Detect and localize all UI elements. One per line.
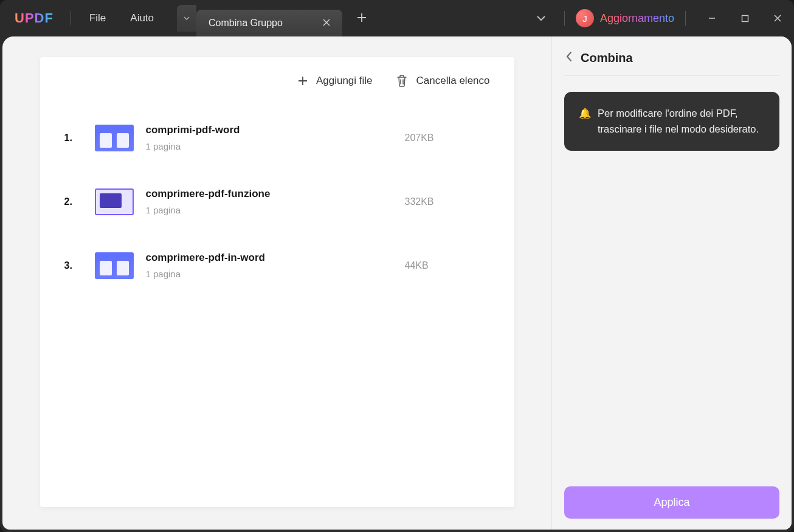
trash-icon [396,74,408,88]
close-icon [323,19,330,26]
file-name: comprimere-pdf-in-word [146,252,393,264]
file-row[interactable]: 1.comprimi-pdf-word1 pagina207KB [64,106,490,170]
file-info: comprimi-pdf-word1 pagina [146,124,393,151]
clear-list-button[interactable]: Cancella elenco [396,74,490,88]
tip-text: Per modificare l'ordine dei PDF, trascin… [598,105,765,137]
avatar[interactable]: J [576,9,594,27]
window-controls [696,6,794,30]
minimize-icon [708,14,716,22]
tab-area: Combina Gruppo [177,0,378,36]
side-header: Combina [564,50,779,76]
tab-active[interactable]: Combina Gruppo [196,10,342,36]
tab-dropdown[interactable] [177,5,196,32]
menu-file[interactable]: File [77,7,118,29]
file-list: 1.comprimi-pdf-word1 pagina207KB2.compri… [40,106,514,297]
user-area: J Aggiornamento [571,9,679,27]
chevron-left-icon [565,51,572,62]
chevron-down-icon [536,15,546,21]
side-panel: Combina 🔔 Per modificare l'ordine dei PD… [551,36,792,530]
back-button[interactable] [564,50,573,66]
tab-title: Combina Gruppo [209,18,283,29]
file-info: comprimere-pdf-in-word1 pagina [146,252,393,279]
titlebar: UPDF File Aiuto Combina Gruppo J [0,0,794,36]
apply-button[interactable]: Applica [564,486,779,519]
file-row[interactable]: 3.comprimere-pdf-in-word1 pagina44KB [64,233,490,297]
file-info: comprimere-pdf-funzione1 pagina [146,188,393,215]
file-pages: 1 pagina [146,141,393,151]
svg-rect-0 [742,15,748,21]
main-panel: Aggiungi file Cancella elenco 1.comprimi… [2,36,551,530]
app-logo: UPDF [15,10,54,26]
bell-icon: 🔔 [579,105,592,121]
side-title: Combina [581,51,633,65]
file-size: 44KB [405,260,490,271]
body: Aggiungi file Cancella elenco 1.comprimi… [2,36,792,530]
clear-list-label: Cancella elenco [416,75,490,87]
add-file-button[interactable]: Aggiungi file [298,74,373,88]
file-pages: 1 pagina [146,269,393,279]
file-name: comprimere-pdf-funzione [146,188,393,200]
tip-box: 🔔 Per modificare l'ordine dei PDF, trasc… [564,92,779,151]
file-index: 2. [64,196,83,207]
chevron-down-icon [184,16,190,20]
separator [564,11,565,26]
file-thumbnail [95,125,134,151]
add-file-label: Aggiungi file [316,75,373,87]
file-name: comprimi-pdf-word [146,124,393,136]
file-index: 3. [64,260,83,271]
file-thumbnail [95,252,134,279]
maximize-button[interactable] [728,6,761,30]
file-card: Aggiungi file Cancella elenco 1.comprimi… [40,57,514,507]
file-size: 332KB [405,196,490,207]
close-icon [773,14,782,22]
plus-icon [357,13,367,22]
upgrade-link[interactable]: Aggiornamento [600,12,674,25]
file-pages: 1 pagina [146,205,393,215]
file-index: 1. [64,133,83,143]
close-button[interactable] [761,6,794,30]
separator [71,11,71,26]
tab-overflow-button[interactable] [524,13,558,24]
minimize-button[interactable] [696,6,728,30]
maximize-icon [741,15,749,22]
separator [685,11,686,26]
tab-close-button[interactable] [320,15,333,31]
menu-help[interactable]: Aiuto [118,7,166,29]
file-thumbnail [95,188,134,215]
card-actions: Aggiungi file Cancella elenco [40,63,514,106]
file-size: 207KB [405,133,490,143]
plus-icon [298,76,308,86]
file-row[interactable]: 2.comprimere-pdf-funzione1 pagina332KB [64,170,490,233]
new-tab-button[interactable] [346,10,378,26]
